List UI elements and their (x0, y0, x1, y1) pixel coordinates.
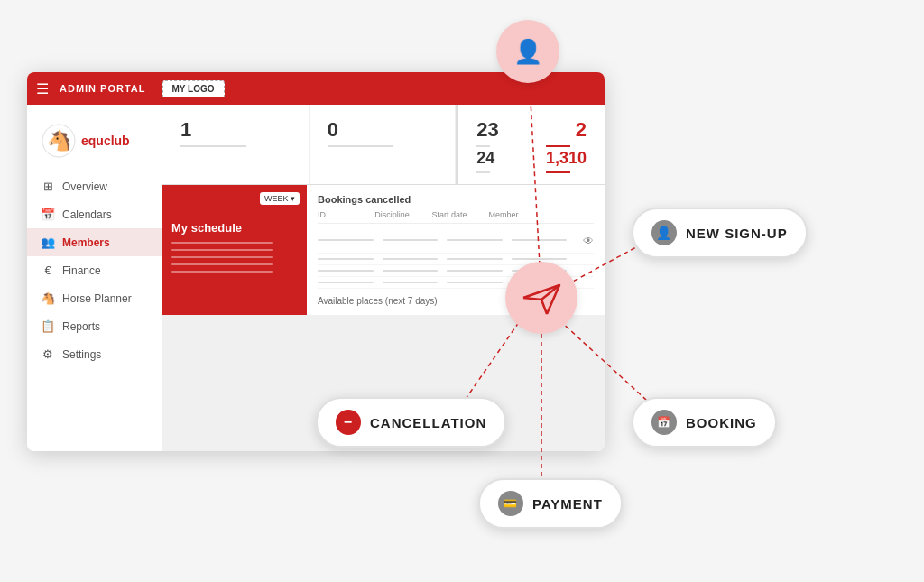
schedule-title: My schedule (171, 221, 298, 235)
reports-icon: 📋 (41, 319, 55, 333)
col-discipline: Discipline (374, 210, 422, 219)
stat-line-3 (476, 145, 490, 147)
main-wrapper: ☰ ADMIN PORTAL MY LOGO 🐴 equclub ⊞ Ove (0, 0, 924, 582)
new-signup-bubble[interactable]: 👤 NEW SIGN-UP (632, 208, 808, 258)
stat-sub-red: 1,310 (546, 149, 587, 168)
stat-line-red (546, 145, 570, 147)
booking-icon: 📅 (651, 410, 677, 435)
sidebar-item-finance-label: Finance (62, 264, 101, 277)
sidebar-item-horse-planner-label: Horse Planner (62, 292, 132, 305)
payment-label: PAYMENT (532, 496, 603, 512)
person-circle: 👤 (496, 20, 559, 83)
members-icon: 👥 (41, 236, 55, 249)
sched-line-4 (171, 263, 273, 265)
stat-top-right-num: 23 (476, 118, 498, 142)
sidebar-item-members[interactable]: 👥 Members (27, 228, 162, 256)
sched-line-2 (171, 249, 273, 251)
sidebar-item-settings[interactable]: ⚙ Settings (27, 340, 162, 368)
sidebar-item-members-label: Members (62, 236, 110, 249)
sidebar-item-horse-planner[interactable]: 🐴 Horse Planner (27, 284, 162, 312)
sidebar-item-settings-label: Settings (62, 348, 101, 361)
table-row: 👁 (318, 227, 594, 254)
col-member: Member (489, 210, 537, 219)
sidebar: 🐴 equclub ⊞ Overview 📅 Calendars 👥 (27, 105, 162, 451)
calendar-icon: 📅 (41, 208, 55, 221)
sidebar-item-calendars-label: Calendars (62, 208, 112, 221)
sidebar-logo-text: equclub (81, 134, 130, 148)
send-circle (505, 262, 578, 334)
sidebar-item-reports-label: Reports (62, 320, 100, 333)
sched-line-3 (171, 256, 273, 258)
stat-block-2: 0 (310, 105, 457, 184)
sidebar-nav: ⊞ Overview 📅 Calendars 👥 Members € Finan… (27, 172, 162, 368)
schedule-left: WEEK ▾ My schedule (162, 185, 307, 315)
hamburger-icon[interactable]: ☰ (36, 80, 49, 97)
sched-line-1 (171, 242, 273, 244)
equclub-logo-icon: 🐴 (41, 123, 77, 159)
booking-bubble[interactable]: 📅 BOOKING (632, 397, 777, 448)
cancel-icon: − (336, 410, 361, 435)
cancellation-bubble[interactable]: − CANCELLATION (316, 397, 506, 448)
stat-number-1: 1 (180, 118, 291, 142)
stat-line-red2 (546, 171, 570, 173)
sidebar-item-overview[interactable]: ⊞ Overview (27, 172, 162, 200)
dashboard-window: ☰ ADMIN PORTAL MY LOGO 🐴 equclub ⊞ Ove (27, 72, 605, 451)
sidebar-item-finance[interactable]: € Finance (27, 256, 162, 284)
overview-icon: ⊞ (41, 180, 55, 193)
svg-text:🐴: 🐴 (47, 128, 72, 152)
person-icon: 👤 (513, 38, 542, 66)
admin-portal-title: ADMIN PORTAL (60, 83, 146, 94)
stat-line-2 (328, 145, 393, 147)
cancellation-label: CANCELLATION (370, 415, 486, 430)
stats-row: 1 0 23 24 (162, 105, 605, 185)
logo-tab: MY LOGO (162, 80, 225, 97)
sched-line-5 (171, 271, 273, 273)
stat-block-right: 23 24 2 1,310 (456, 105, 605, 184)
booking-label: BOOKING (686, 415, 757, 430)
schedule-lines (171, 242, 298, 273)
new-signup-label: NEW SIGN-UP (686, 226, 788, 241)
finance-icon: € (41, 263, 55, 277)
sidebar-item-calendars[interactable]: 📅 Calendars (27, 200, 162, 228)
payment-bubble[interactable]: 💳 PAYMENT (478, 478, 623, 529)
sidebar-logo: 🐴 equclub (27, 114, 162, 172)
payment-icon: 💳 (498, 491, 523, 516)
settings-icon: ⚙ (41, 347, 55, 361)
stat-line-4 (476, 171, 490, 173)
col-startdate: Start date (431, 210, 479, 219)
table-header: ID Discipline Start date Member (318, 210, 594, 224)
sidebar-item-overview-label: Overview (62, 180, 107, 193)
stat-number-red: 2 (546, 118, 587, 142)
stat-line-1 (180, 145, 246, 147)
col-id: ID (318, 210, 365, 219)
bookings-title: Bookings cancelled (318, 194, 594, 205)
paper-plane-icon (522, 280, 561, 316)
eye-icon[interactable]: 👁 (583, 235, 594, 247)
week-button[interactable]: WEEK ▾ (260, 192, 300, 205)
signup-icon: 👤 (651, 220, 677, 245)
sidebar-item-reports[interactable]: 📋 Reports (27, 312, 162, 340)
stat-number-2: 0 (328, 118, 438, 142)
horse-planner-icon: 🐴 (41, 291, 55, 305)
stat-sub-left: 24 (476, 149, 498, 168)
stat-block-1: 1 (162, 105, 310, 184)
